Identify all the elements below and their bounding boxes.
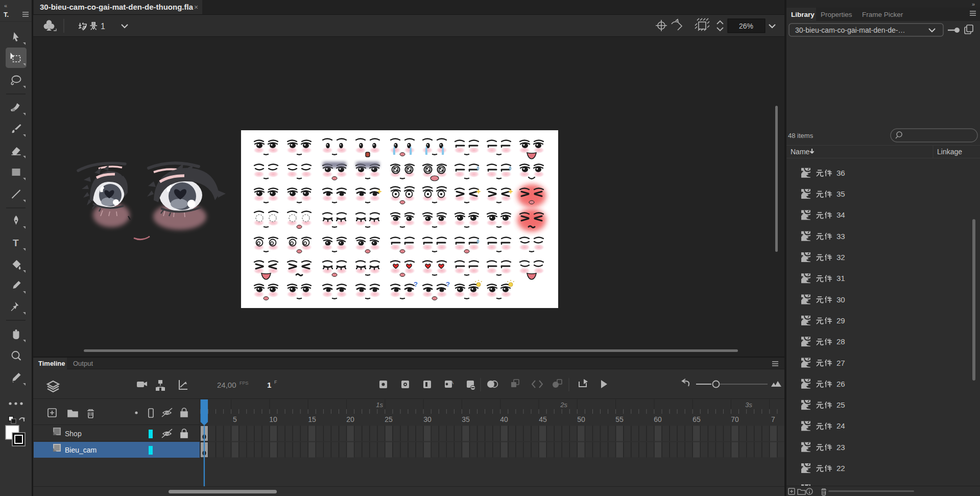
svg-text:33: 33 bbox=[836, 232, 845, 241]
svg-text:27: 27 bbox=[836, 359, 845, 367]
svg-text:Properties: Properties bbox=[821, 11, 852, 18]
svg-text:28: 28 bbox=[836, 337, 845, 346]
svg-text:1: 1 bbox=[101, 22, 105, 31]
svg-text:T.: T. bbox=[4, 11, 9, 18]
svg-text:29: 29 bbox=[836, 316, 845, 325]
svg-text:?: ? bbox=[446, 280, 450, 288]
svg-text:32: 32 bbox=[836, 253, 845, 262]
svg-text:FPS: FPS bbox=[240, 381, 249, 386]
svg-text:24: 24 bbox=[836, 421, 845, 430]
svg-text:«: « bbox=[4, 3, 7, 9]
svg-text:22: 22 bbox=[836, 464, 845, 473]
svg-text:31: 31 bbox=[836, 274, 845, 282]
svg-text:30-bieu-cam-co-gai-mat-den-de-: 30-bieu-cam-co-gai-mat-den-de-… bbox=[795, 26, 905, 34]
svg-text:?: ? bbox=[414, 280, 418, 288]
svg-text:Name: Name bbox=[791, 148, 810, 156]
svg-text:26: 26 bbox=[836, 380, 845, 388]
svg-text:Shop: Shop bbox=[65, 430, 82, 438]
svg-text:35: 35 bbox=[836, 190, 845, 198]
svg-text:»: » bbox=[972, 1, 975, 7]
svg-text:23: 23 bbox=[836, 443, 845, 452]
svg-text:48 items: 48 items bbox=[788, 132, 814, 139]
svg-text:25: 25 bbox=[836, 400, 845, 409]
svg-text:Library: Library bbox=[791, 11, 815, 18]
svg-text:34: 34 bbox=[836, 210, 845, 219]
svg-text:T: T bbox=[13, 238, 19, 248]
svg-text:Bieu_cam: Bieu_cam bbox=[65, 446, 97, 454]
svg-text:26%: 26% bbox=[739, 22, 753, 30]
svg-text:36: 36 bbox=[836, 169, 845, 177]
svg-text:A: A bbox=[450, 380, 453, 385]
svg-text:30: 30 bbox=[836, 295, 845, 304]
svg-text:Linkage: Linkage bbox=[937, 148, 962, 156]
svg-text:24,00: 24,00 bbox=[217, 381, 236, 389]
svg-text:F: F bbox=[274, 380, 277, 385]
svg-text:Frame Picker: Frame Picker bbox=[862, 11, 903, 18]
svg-text:1: 1 bbox=[267, 381, 271, 389]
